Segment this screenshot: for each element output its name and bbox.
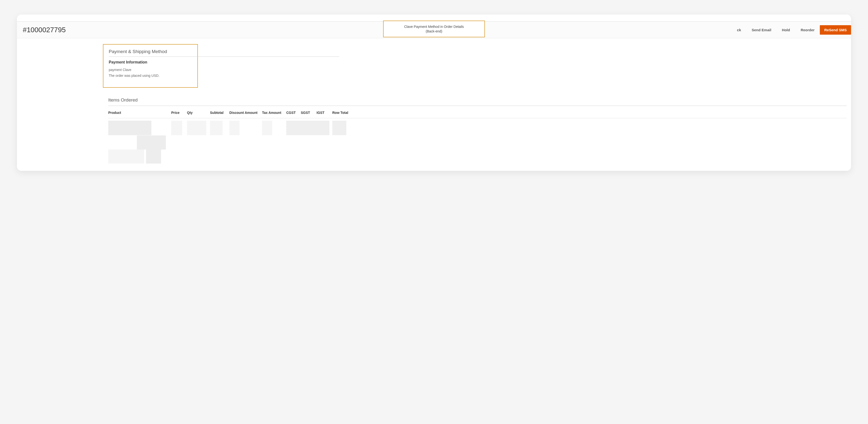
header-actions: ck Send Email Hold Reorder ReSend SMS — [737, 22, 851, 38]
placeholder-block — [210, 121, 223, 135]
items-header-row: Product Price Qty Subtotal Discount Amou… — [108, 107, 847, 118]
col-cgst: CGST — [286, 107, 301, 118]
col-product: Product — [108, 107, 171, 118]
send-email-button[interactable]: Send Email — [746, 22, 777, 38]
placeholder-block — [108, 121, 151, 135]
currency-note: The order was placed using USD. — [109, 74, 192, 78]
col-tax: Tax Amount — [262, 107, 286, 118]
back-button[interactable]: ck — [737, 22, 746, 38]
placeholder-block — [229, 121, 240, 135]
items-title: Items Ordered — [108, 97, 847, 106]
table-row — [108, 118, 847, 164]
placeholder-block — [262, 121, 272, 135]
order-detail-card: #1000027795 Clave Payment Method in Orde… — [17, 14, 851, 171]
placeholder-block — [187, 121, 206, 135]
order-number: #1000027795 — [23, 26, 66, 34]
callout-line1: Clave Payment Method in Order Details — [393, 25, 475, 29]
annotation-callout: Clave Payment Method in Order Details (B… — [383, 21, 485, 37]
reorder-button[interactable]: Reorder — [795, 22, 820, 38]
callout-line2: (Back-end) — [393, 29, 475, 34]
placeholder-block — [286, 121, 330, 135]
resend-sms-button[interactable]: ReSend SMS — [820, 25, 851, 35]
col-igst: IGST — [316, 107, 332, 118]
payment-section-title: Payment & Shipping Method — [109, 49, 192, 57]
order-header: #1000027795 Clave Payment Method in Orde… — [17, 21, 851, 38]
placeholder-block — [171, 121, 182, 135]
payment-info-title: Payment Information — [109, 60, 192, 64]
placeholder-block — [108, 150, 144, 163]
col-qty: Qty — [187, 107, 210, 118]
placeholder-block — [332, 121, 346, 135]
hold-button[interactable]: Hold — [777, 22, 795, 38]
col-discount: Discount Amount — [229, 107, 262, 118]
items-table: Product Price Qty Subtotal Discount Amou… — [108, 107, 847, 163]
col-sgst: SGST — [301, 107, 316, 118]
col-subtotal: Subtotal — [210, 107, 229, 118]
placeholder-block — [146, 150, 161, 163]
col-rowtotal: Row Total — [332, 107, 847, 118]
items-ordered-section: Items Ordered Product Price Qty Subtotal… — [103, 97, 847, 163]
payment-shipping-section: Payment & Shipping Method Payment Inform… — [103, 44, 198, 88]
payment-method: payment Clave — [109, 68, 192, 72]
col-price: Price — [171, 107, 187, 118]
placeholder-block — [137, 135, 166, 150]
order-content: Payment & Shipping Method Payment Inform… — [103, 38, 847, 171]
